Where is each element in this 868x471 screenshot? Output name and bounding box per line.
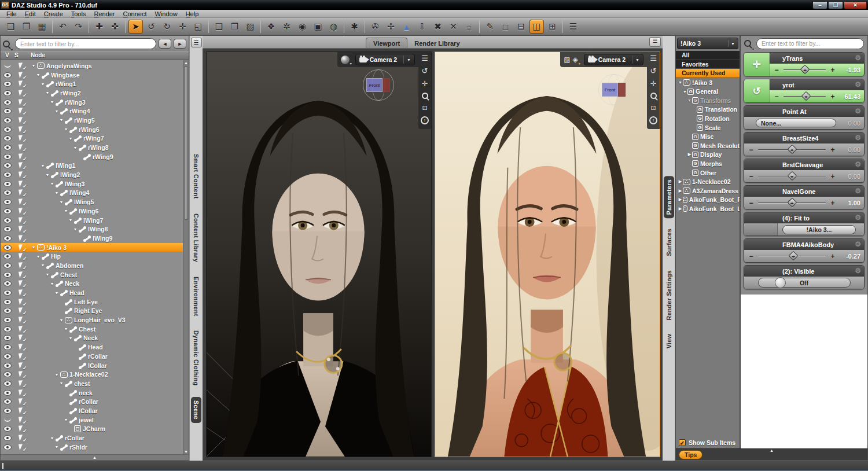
rotate-tool-icon[interactable]: ↻ <box>160 20 174 34</box>
create-light-icon[interactable]: ✜ <box>108 20 122 34</box>
gear-icon[interactable]: ⚙ <box>855 54 861 62</box>
menu-window[interactable]: Window <box>151 10 182 18</box>
cursor-check-icon[interactable] <box>19 72 26 79</box>
zoom-view-icon[interactable] <box>422 93 428 99</box>
eye-open-icon[interactable] <box>4 127 11 132</box>
expand-icon[interactable]: ▼ <box>54 291 60 295</box>
expand-icon[interactable]: ▼ <box>54 191 60 195</box>
tree-row-lwing8[interactable]: ▼lWing8 <box>1 225 183 234</box>
expand-icon[interactable]: ▼ <box>682 90 687 94</box>
gear-icon[interactable]: ⚙ <box>855 107 861 115</box>
draw-style-caret[interactable]: ▾ <box>350 61 352 65</box>
visibility-cell[interactable] <box>1 363 14 368</box>
eye-open-icon[interactable] <box>4 154 11 159</box>
cursor-check-icon[interactable] <box>19 371 26 378</box>
dock-tab-scene[interactable]: Scene <box>191 397 201 423</box>
orbit-tool-icon[interactable]: ↺ <box>144 20 159 34</box>
visibility-cell[interactable] <box>1 127 14 132</box>
visibility-cell[interactable] <box>1 64 14 68</box>
parameter-filter-input[interactable] <box>756 38 864 49</box>
viewport-pane-left[interactable]: ▾ Camera 2 ▼ ☰ ↺ ✛ ⊡ ↑ <box>206 51 432 457</box>
selectable-cell[interactable] <box>14 353 30 360</box>
viewport-pane-menu-icon[interactable]: ☰ <box>649 37 661 47</box>
slider-track[interactable]: ◂▸ <box>755 197 829 209</box>
dock-tab-view[interactable]: View <box>664 330 674 352</box>
visibility-cell[interactable] <box>1 445 14 450</box>
selectable-cell[interactable] <box>14 144 30 151</box>
eye-open-icon[interactable] <box>4 82 11 86</box>
expand-icon[interactable]: ▼ <box>54 373 60 377</box>
cursor-check-icon[interactable] <box>19 62 26 69</box>
frame-view-icon[interactable]: ⊡ <box>422 104 427 112</box>
slider-track[interactable]: ◂▸ <box>755 143 829 156</box>
close-button[interactable]: ✕ <box>844 1 867 9</box>
menu-create[interactable]: Create <box>40 10 67 18</box>
decrement-icon[interactable]: − <box>748 172 755 181</box>
increment-icon[interactable]: + <box>829 252 836 260</box>
cursor-check-icon[interactable] <box>19 435 26 441</box>
tree-row-lwing1[interactable]: ▼lWing1 <box>1 161 183 171</box>
search-options-caret[interactable]: ▾ <box>752 47 754 51</box>
tree-row-lwing7[interactable]: ▼lWing7 <box>1 216 183 225</box>
visibility-cell[interactable] <box>1 318 14 322</box>
cursor-check-icon[interactable] <box>19 162 26 169</box>
joint-editor-icon[interactable]: ✢ <box>384 20 398 34</box>
expand-icon[interactable]: ▼ <box>678 80 683 84</box>
expand-icon[interactable]: ▼ <box>31 245 36 249</box>
eye-open-icon[interactable] <box>4 290 11 295</box>
tree-row-head[interactable]: ▼Head <box>1 288 183 297</box>
visibility-cell[interactable] <box>1 372 14 377</box>
selectable-cell[interactable] <box>14 189 30 196</box>
selectable-cell[interactable] <box>14 307 30 314</box>
cursor-check-icon[interactable] <box>19 353 26 360</box>
selectable-cell[interactable] <box>14 117 30 124</box>
lights-icon[interactable]: ☼ <box>462 20 476 34</box>
tree-row-chest[interactable]: ▼Chest <box>1 325 183 334</box>
slider-track[interactable]: ◂▸ <box>755 250 829 262</box>
layout-quad-icon[interactable]: ⊞ <box>545 20 560 34</box>
camera-selector[interactable]: Camera 2 ▼ <box>584 54 643 65</box>
selectable-cell[interactable] <box>14 108 30 115</box>
gear-icon[interactable]: ⚙ <box>855 240 861 248</box>
view-cube-gizmo[interactable]: Front <box>597 74 632 106</box>
eye-open-icon[interactable] <box>4 182 11 186</box>
search-options-caret[interactable]: ▾ <box>11 47 13 51</box>
eye-open-icon[interactable] <box>4 363 11 368</box>
reset-view-icon[interactable]: ↑ <box>649 116 657 124</box>
selectable-cell[interactable] <box>14 217 30 224</box>
cursor-check-icon[interactable] <box>19 307 26 314</box>
tree-row-lwing9[interactable]: lWing9 <box>1 234 183 243</box>
gear-icon[interactable]: ⚙ <box>855 267 861 275</box>
eye-open-icon[interactable] <box>4 318 11 322</box>
camera-capture-icon[interactable]: ◉ <box>295 20 310 34</box>
cursor-check-icon[interactable] <box>19 425 26 432</box>
column-visibility[interactable]: V <box>1 52 14 60</box>
expand-icon[interactable]: ▼ <box>49 100 55 104</box>
view-orientation-caret[interactable]: ▾ <box>579 61 580 65</box>
column-node[interactable]: Node <box>31 52 189 60</box>
eye-open-icon[interactable] <box>4 163 11 168</box>
dock-tab-parameters[interactable]: Parameters <box>664 176 674 218</box>
increment-icon[interactable]: + <box>829 66 836 74</box>
eye-open-icon[interactable] <box>4 263 11 268</box>
visibility-cell[interactable] <box>1 109 14 113</box>
eye-open-icon[interactable] <box>4 73 11 78</box>
tree-row-chest[interactable]: ▼chest <box>1 379 183 388</box>
visibility-cell[interactable] <box>1 163 14 168</box>
tree-row-rwing2[interactable]: ▼rWing2 <box>1 89 183 98</box>
zoom-view-icon[interactable] <box>650 93 657 99</box>
column-selectable[interactable]: S <box>14 52 31 60</box>
cursor-check-icon[interactable] <box>19 417 26 424</box>
menu-tools[interactable]: Tools <box>67 10 90 18</box>
group-item-display[interactable]: ▶GDisplay <box>676 150 740 160</box>
tree-row-lwing5[interactable]: ▼lWing5 <box>1 197 183 207</box>
selectable-cell[interactable] <box>14 72 30 79</box>
render-preview-icon[interactable]: ▨ <box>564 56 570 64</box>
visibility-cell[interactable] <box>1 200 14 204</box>
selectable-cell[interactable] <box>14 289 30 296</box>
cursor-check-icon[interactable] <box>19 208 26 215</box>
selectable-cell[interactable] <box>14 135 30 142</box>
gear-icon[interactable]: ⚙ <box>855 160 861 168</box>
cursor-check-icon[interactable] <box>19 235 26 242</box>
group-item-morphs[interactable]: GMorphs <box>676 159 740 168</box>
